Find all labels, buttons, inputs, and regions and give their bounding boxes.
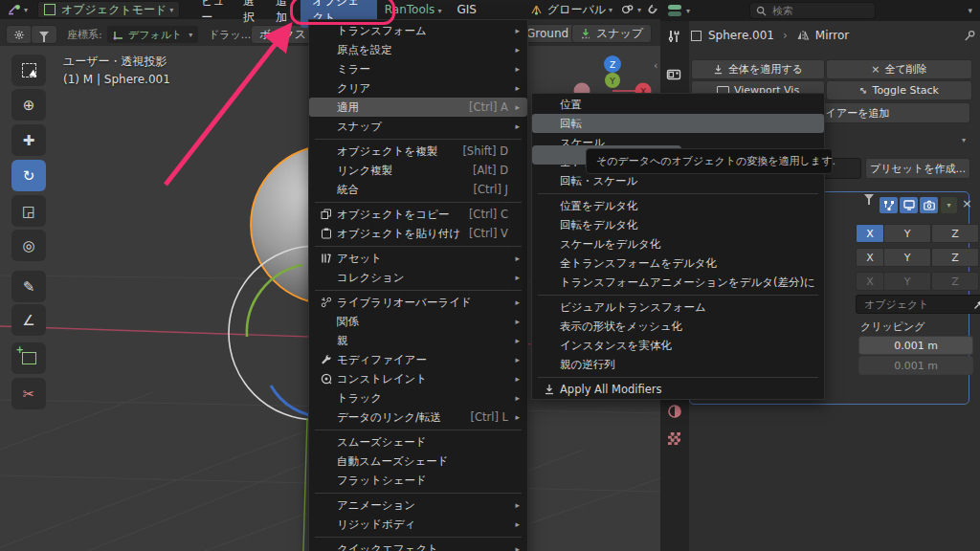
mirror-axis-y-row1[interactable]: Y: [883, 224, 931, 243]
tab-tool[interactable]: [666, 29, 681, 44]
menu-item[interactable]: 自動スムーズシェード: [309, 452, 527, 471]
menu-item[interactable]: インスタンスを実体化: [532, 336, 824, 355]
create-preset-button[interactable]: プリセットを作成...: [865, 158, 970, 179]
properties-options-chevron[interactable]: ▾: [968, 6, 972, 15]
tool-move-button[interactable]: ✚: [11, 124, 46, 156]
menu-item[interactable]: 適用[Ctrl] A▸: [309, 98, 527, 117]
tool-options-button[interactable]: [6, 25, 33, 44]
menu-item[interactable]: オブジェクトを貼り付け[Ctrl] V: [309, 224, 527, 243]
search-input[interactable]: [770, 4, 862, 18]
snap-magnet-button[interactable]: [644, 2, 660, 17]
menu-item[interactable]: アセット▸: [309, 249, 527, 268]
mirror-axis-x-row2[interactable]: X: [856, 248, 884, 267]
orientation-selector[interactable]: グローバル ▾: [524, 2, 618, 17]
edit-mode-toggle[interactable]: [880, 197, 898, 213]
realtime-display-toggle[interactable]: [900, 197, 918, 213]
menu-item[interactable]: 親▸: [309, 331, 527, 350]
menu-item[interactable]: 関係▸: [309, 312, 527, 331]
modifier-extras-chevron[interactable]: ▾: [941, 197, 957, 213]
menu-item[interactable]: スケールをデルタ化: [532, 234, 824, 253]
menu-item[interactable]: 位置をデルタ化: [532, 196, 824, 215]
menu-item[interactable]: トラック▸: [309, 388, 527, 408]
menu-item[interactable]: 位置: [532, 95, 824, 114]
tool-scale-button[interactable]: ◲: [11, 195, 46, 227]
menu-item[interactable]: Apply All Modifiers: [532, 380, 824, 399]
menu-item[interactable]: モディファイアー▸: [309, 350, 527, 369]
render-display-toggle[interactable]: [920, 197, 938, 213]
menu-item[interactable]: 表示の形状をメッシュ化: [532, 317, 824, 336]
tool-cursor-button[interactable]: ⊕: [11, 89, 46, 121]
menu-gis[interactable]: GIS: [449, 3, 483, 16]
menu-item[interactable]: コンストレイント▸: [309, 369, 527, 388]
breadcrumb-object[interactable]: Sphere.001: [708, 29, 774, 42]
panel-collapse-chevron[interactable]: ▾: [962, 136, 966, 144]
menu-item[interactable]: スナップ▸: [309, 117, 527, 136]
region-collapse-arrow[interactable]: ‹: [654, 59, 657, 72]
tab-render[interactable]: [666, 67, 681, 81]
menu-item[interactable]: オブジェクトを複製[Shift] D: [309, 142, 527, 161]
tool-select-box-button[interactable]: [11, 55, 46, 86]
menu-item[interactable]: 親の逆行列: [532, 355, 824, 374]
menu-item[interactable]: 原点を設定▸: [309, 40, 527, 59]
mirror-axis-z-row2[interactable]: Z: [931, 248, 979, 267]
filter-button[interactable]: [31, 25, 57, 44]
menu-item[interactable]: 全トランスフォームをデルタ化: [532, 253, 824, 273]
clipping-label[interactable]: クリッピング: [860, 320, 925, 334]
menu-item[interactable]: 回転をデルタ化: [532, 215, 824, 234]
drag-mode-button[interactable]: ボックス: [251, 25, 315, 44]
submenu-arrow-icon: ▸: [510, 121, 520, 131]
menu-item[interactable]: データのリンク/転送[Ctrl] L▸: [309, 408, 527, 427]
menu-item[interactable]: ビジュアルトランスフォーム: [532, 298, 824, 317]
menu-item[interactable]: 回転・スケール: [532, 171, 824, 190]
tab-material[interactable]: [667, 404, 682, 419]
modifier-close-button[interactable]: ×: [962, 196, 972, 210]
menu-item[interactable]: ミラー▸: [309, 59, 527, 78]
menu-item[interactable]: フラットシェード: [309, 471, 527, 490]
menu-select[interactable]: 選択: [235, 0, 268, 26]
menu-item[interactable]: トランスフォームアニメーションをデルタ(差分)に: [532, 273, 824, 292]
mirror-axis-y-row2[interactable]: Y: [883, 248, 931, 267]
tool-rotate-button[interactable]: ↻: [11, 160, 46, 191]
mode-selector[interactable]: オブジェクトモード ▾: [37, 1, 180, 18]
menu-item[interactable]: スムーズシェード: [309, 432, 527, 452]
eyedropper-icon[interactable]: [973, 298, 980, 310]
menu-item[interactable]: クイックエフェクト▸: [309, 540, 527, 551]
menu-view[interactable]: ビュー: [193, 0, 235, 26]
mirror-axis-z-row3[interactable]: Z: [931, 272, 979, 291]
vertex-group-filter-icon[interactable]: [864, 194, 874, 213]
tool-measure-button[interactable]: ∠: [11, 304, 46, 336]
menu-item[interactable]: リジッドボディ▸: [309, 515, 527, 534]
mirror-axis-y-row3[interactable]: Y: [883, 272, 931, 291]
mirror-axis-x-row1[interactable]: X: [856, 224, 884, 243]
bisect-distance-field[interactable]: 0.001 m: [858, 356, 973, 375]
coord-system-dropdown[interactable]: デフォルト ▾: [107, 26, 198, 43]
tab-texture[interactable]: [668, 432, 680, 445]
snapping-pivot-button[interactable]: ▾: [618, 2, 644, 17]
menu-item[interactable]: クリア▸: [309, 78, 527, 98]
apply-all-button[interactable]: 全体を適用する: [691, 59, 825, 79]
editor-type-button[interactable]: ▾: [2, 2, 33, 17]
menu-item[interactable]: 統合[Ctrl] J: [309, 180, 527, 199]
chevron-down-icon: ▾: [437, 7, 441, 15]
properties-search[interactable]: [749, 2, 876, 19]
menu-item[interactable]: リンク複製[Alt] D: [309, 161, 527, 180]
menu-item[interactable]: ライブラリオーバーライド▸: [309, 293, 527, 312]
delete-all-button[interactable]: × 全て削除: [826, 59, 972, 79]
breadcrumb-modifier[interactable]: Mirror: [815, 29, 849, 42]
mirror-axis-z-row1[interactable]: Z: [931, 224, 979, 243]
tool-annotate-button[interactable]: ✎: [11, 271, 46, 302]
mirror-object-field[interactable]: オブジェクト: [856, 295, 980, 314]
pin-icon[interactable]: [964, 30, 976, 42]
tool-cut-button[interactable]: ✂: [11, 378, 46, 409]
toggle-stack-button[interactable]: ↔ Toggle Stack: [826, 80, 972, 100]
menu-item[interactable]: コレクション▸: [309, 268, 527, 287]
merge-limit-field[interactable]: 0.001 m: [858, 336, 973, 355]
menu-item[interactable]: オブジェクトをコピー[Ctrl] C: [309, 205, 527, 224]
properties-editor-type-button[interactable]: ▾: [668, 5, 690, 16]
tool-transform-button[interactable]: ◎: [11, 230, 46, 261]
menu-item[interactable]: 回転: [532, 114, 824, 133]
snap-button[interactable]: スナップ: [571, 24, 652, 43]
tool-add-primitive-button[interactable]: [11, 342, 46, 374]
menu-item[interactable]: アニメーション▸: [309, 496, 527, 515]
mirror-axis-x-row3[interactable]: X: [856, 272, 884, 291]
